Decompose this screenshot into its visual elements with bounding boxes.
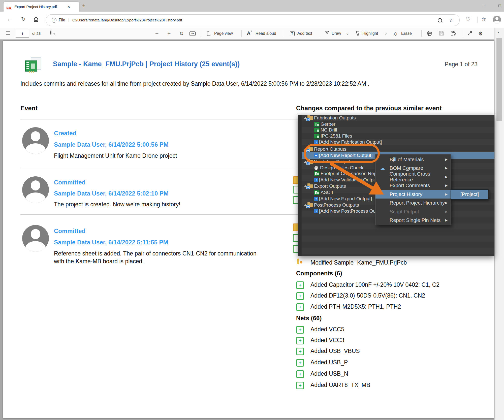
new-tab-button[interactable]: + — [82, 3, 85, 9]
nav-divider — [477, 17, 478, 23]
scroll-thumb[interactable] — [496, 38, 502, 121]
output-icon — [314, 122, 320, 127]
erase-icon[interactable]: ◇ — [394, 30, 397, 37]
added-icon: + — [296, 382, 304, 389]
add-text-icon[interactable]: T — [290, 31, 295, 36]
folder-icon: → — [307, 203, 313, 207]
draw-icon[interactable] — [325, 31, 330, 36]
add-text-label[interactable]: Add text — [297, 31, 312, 36]
document-title: Sample - Kame_FMU.PrjPcb | Project Histo… — [53, 60, 240, 68]
expander-icon[interactable] — [304, 185, 306, 187]
menu-item-export-comments[interactable]: Export Comments ▶ — [375, 181, 451, 190]
tree-item-ipc2581[interactable]: IPC-2581 Files — [302, 133, 493, 139]
search-icon[interactable] — [50, 30, 51, 35]
changes-column-header: Changes compared to the previous similar… — [296, 105, 442, 112]
tree-item-nc-drill[interactable]: NC Drill — [302, 127, 493, 133]
expander-icon[interactable] — [304, 117, 306, 119]
zoom-in-button[interactable]: + — [167, 30, 171, 37]
project-icon — [25, 57, 42, 72]
erase-label[interactable]: Erase — [401, 31, 412, 36]
cloud-icon: ☁ — [380, 166, 385, 171]
panel-scroll-strip — [298, 115, 302, 256]
submenu-item-project[interactable]: [Project] — [451, 189, 489, 200]
menu-item-project-history[interactable]: Project History ▶ — [375, 190, 451, 199]
menu-item-report-single-pin-nets[interactable]: Report Single Pin Nets ▶ — [375, 216, 451, 224]
event-body: The project is created. Now we're making… — [54, 201, 180, 208]
tab-close-icon[interactable]: ✕ — [67, 5, 70, 9]
highlight-chevron-icon[interactable]: ⌄ — [384, 31, 387, 36]
avatar — [22, 127, 49, 154]
save-as-icon[interactable] — [451, 31, 456, 36]
back-icon[interactable]: ← — [7, 16, 12, 22]
save-icon[interactable] — [439, 31, 444, 36]
added-icon: + — [296, 348, 304, 355]
component-added: Added PTH-M2D5X5: PTH1, PTH2 — [310, 303, 401, 310]
menu-item-report-project-hierarchy[interactable]: Report Project Hierarchy ▶ — [375, 199, 451, 207]
window-maximize-button[interactable]: □ — [498, 4, 501, 8]
home-icon[interactable] — [33, 17, 39, 22]
toc-icon[interactable] — [6, 31, 10, 35]
fit-width-icon[interactable]: ↔ — [190, 31, 196, 36]
zoom-page-icon[interactable] — [438, 18, 442, 22]
settings-gear-icon[interactable]: ⚙ — [478, 30, 483, 37]
added-icon: + — [296, 337, 304, 344]
read-aloud-label[interactable]: Read aloud — [256, 31, 276, 36]
url-separator: | — [68, 18, 69, 22]
added-icon: + — [296, 303, 304, 311]
read-aloud-icon[interactable]: A — [247, 30, 250, 36]
output-icon — [314, 171, 320, 176]
tree-item-fabrication-outputs[interactable]: → Fabrication Outputs — [302, 115, 493, 121]
address-bar[interactable]: i File | C:/Users/renata.lang/Desktop/Ex… — [46, 14, 460, 26]
intro-text: Includes commits and releases for all ti… — [20, 80, 461, 87]
output-icon — [314, 134, 320, 139]
scroll-up-icon[interactable]: ▲ — [497, 31, 500, 34]
refresh-icon[interactable]: ↻ — [21, 16, 26, 22]
draw-label[interactable]: Draw — [332, 31, 341, 36]
nets-header: Nets (66) — [296, 315, 322, 322]
menu-item-component-cross-reference[interactable]: Component Cross Reference ▶ — [375, 173, 451, 181]
net-added: Added VCC3 — [310, 337, 344, 344]
event-body: Flight Management Unit for Kame Drone pr… — [54, 152, 177, 159]
output-icon — [314, 128, 320, 133]
screen: PDF Export Project History.pdf ✕ + – □ ←… — [0, 0, 504, 420]
browser-essentials-icon[interactable]: ♡ — [466, 16, 471, 23]
page-number-input[interactable]: 1 — [16, 30, 29, 38]
print-icon[interactable] — [427, 31, 432, 36]
avatar — [22, 225, 49, 252]
menu-item-bill-of-materials[interactable]: Bill of Materials ▶ — [375, 155, 451, 164]
profile-avatar[interactable] — [493, 16, 501, 24]
submenu-arrow-icon: ▶ — [445, 184, 448, 187]
event-author-date: Sample Data User, 6/14/2022 5:00:56 PM — [54, 141, 169, 148]
zoom-out-button[interactable]: − — [155, 30, 159, 37]
fullscreen-icon[interactable] — [467, 31, 472, 36]
event-body-line2: with the Kame-MB board is placed. — [54, 258, 144, 265]
favorites-list-icon[interactable]: ☆ — [481, 16, 486, 22]
add-new-icon: → — [314, 197, 318, 201]
scrollbar[interactable]: ▲ — [494, 28, 504, 420]
expander-icon[interactable] — [304, 204, 306, 206]
window-minimize-button[interactable]: – — [483, 4, 486, 8]
highlight-label[interactable]: Highlight — [362, 31, 378, 36]
avatar — [22, 176, 49, 203]
info-icon[interactable]: i — [52, 18, 56, 23]
submenu-arrow-icon: ▶ — [445, 218, 448, 222]
highlight-icon[interactable] — [355, 31, 360, 36]
page-view-label[interactable]: Page view — [214, 31, 233, 36]
net-added: Added UART8_TX_MB — [310, 382, 370, 389]
url-file-label: File — [59, 18, 65, 22]
annotation-ellipse — [304, 144, 380, 163]
draw-chevron-icon[interactable]: ⌄ — [346, 31, 349, 36]
rotate-icon[interactable]: ↻ — [179, 30, 184, 37]
context-menu: Bill of Materials ▶ ☁ BOM Compare ▶ Comp… — [375, 154, 451, 225]
url-text[interactable]: C:/Users/renata.lang/Desktop/Export%20Pr… — [72, 18, 438, 22]
row-divider — [20, 214, 298, 215]
printer-icon — [314, 166, 319, 170]
header-divider — [20, 119, 298, 119]
event-author-date: Sample Data User, 6/14/2022 5:11:55 PM — [54, 239, 168, 246]
favorite-add-icon[interactable]: ☆ — [449, 17, 453, 23]
net-added: Added USB_VBUS — [310, 348, 360, 354]
tree-item-gerber[interactable]: Gerber — [302, 121, 493, 127]
expander-icon[interactable] — [304, 160, 306, 163]
browser-tab[interactable]: PDF Export Project History.pdf ✕ — [4, 2, 79, 12]
component-added: Added DF12(3.0)-50DS-0.5V(86): CN1, CN2 — [310, 292, 425, 299]
